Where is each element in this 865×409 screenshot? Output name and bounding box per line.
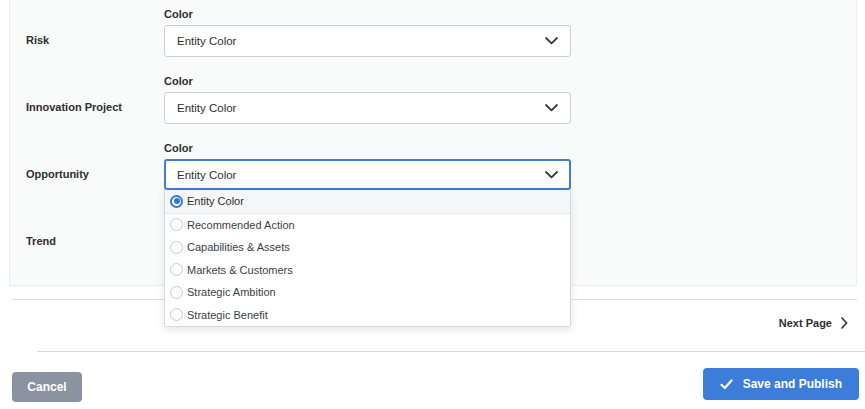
entity-label-risk: Risk	[26, 34, 49, 46]
select-value: Entity Color	[177, 35, 236, 47]
dropdown-option-strategic-ambition[interactable]: Strategic Ambition	[165, 281, 570, 304]
save-and-publish-button[interactable]: Save and Publish	[703, 368, 859, 400]
dropdown-option-entity-color[interactable]: Entity Color	[165, 190, 570, 214]
radio-unchecked-icon	[170, 218, 183, 231]
radio-unchecked-icon	[170, 286, 183, 299]
check-icon	[720, 379, 733, 390]
option-label: Markets & Customers	[187, 264, 293, 276]
option-label: Strategic Ambition	[187, 286, 276, 298]
chevron-down-icon	[545, 104, 558, 112]
chevron-right-icon	[841, 317, 848, 329]
cancel-button[interactable]: Cancel	[12, 372, 82, 402]
select-value: Entity Color	[177, 102, 236, 114]
form-panel: Color Risk Entity Color Color Innovation…	[9, 0, 857, 286]
dropdown-option-markets-customers[interactable]: Markets & Customers	[165, 259, 570, 282]
entity-label-innovation-project: Innovation Project	[26, 101, 122, 113]
option-label: Entity Color	[187, 195, 244, 207]
chevron-down-icon	[545, 171, 558, 179]
next-page-link[interactable]: Next Page	[779, 317, 848, 329]
next-page-label: Next Page	[779, 317, 832, 329]
dropdown-option-strategic-benefit[interactable]: Strategic Benefit	[165, 304, 570, 327]
color-field-label: Color	[164, 75, 193, 87]
color-select-risk[interactable]: Entity Color	[164, 25, 571, 57]
dropdown-option-recommended-action[interactable]: Recommended Action	[165, 214, 570, 237]
option-label: Recommended Action	[187, 219, 295, 231]
radio-unchecked-icon	[170, 308, 183, 321]
color-dropdown-menu: Entity Color Recommended Action Capabili…	[164, 190, 571, 327]
color-field-label: Color	[164, 8, 193, 20]
save-button-label: Save and Publish	[743, 377, 842, 391]
select-value: Entity Color	[177, 169, 236, 181]
page: Color Risk Entity Color Color Innovation…	[0, 0, 865, 409]
divider	[37, 351, 865, 352]
chevron-down-icon	[545, 37, 558, 45]
radio-unchecked-icon	[170, 241, 183, 254]
radio-checked-icon	[170, 195, 183, 208]
entity-label-opportunity: Opportunity	[26, 168, 89, 180]
radio-unchecked-icon	[170, 263, 183, 276]
color-select-opportunity[interactable]: Entity Color	[164, 159, 571, 190]
entity-label-trend: Trend	[26, 235, 56, 247]
option-label: Capabilities & Assets	[187, 241, 290, 253]
option-label: Strategic Benefit	[187, 309, 268, 321]
dropdown-option-capabilities-assets[interactable]: Capabilities & Assets	[165, 236, 570, 259]
color-field-label: Color	[164, 142, 193, 154]
color-select-innovation-project[interactable]: Entity Color	[164, 92, 571, 124]
